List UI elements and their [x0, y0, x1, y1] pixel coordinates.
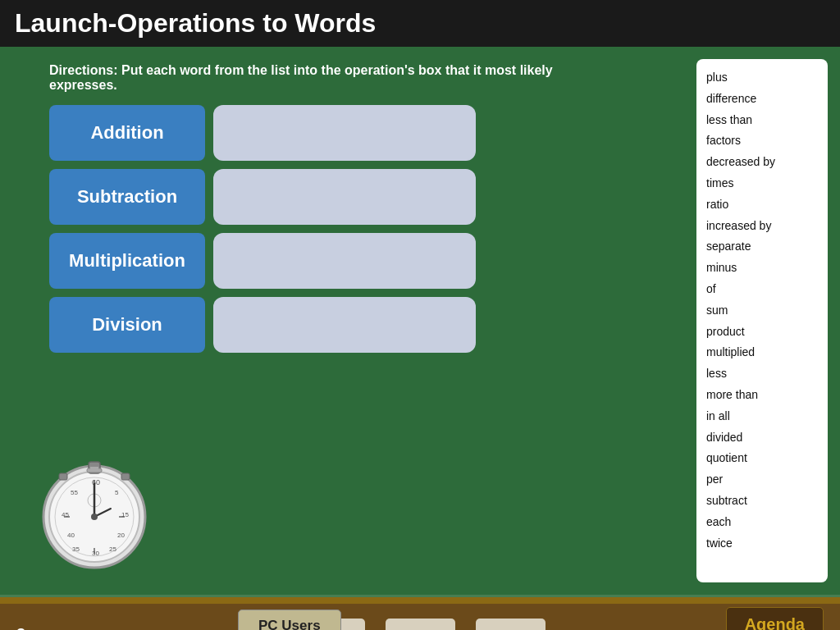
svg-text:55: 55: [71, 489, 78, 496]
division-label: Division: [49, 297, 205, 353]
word-item[interactable]: divided: [706, 427, 818, 449]
word-item[interactable]: increased by: [706, 216, 818, 237]
word-item[interactable]: minus: [706, 258, 818, 279]
svg-rect-4: [121, 473, 130, 480]
word-item[interactable]: plus: [706, 67, 818, 89]
division-row: Division: [49, 297, 672, 353]
word-list-panel: plusdifferenceless thanfactorsdecreased …: [696, 59, 828, 582]
svg-text:20: 20: [117, 532, 125, 539]
word-item[interactable]: multiplied: [706, 342, 818, 363]
word-item[interactable]: in all: [706, 406, 818, 427]
svg-text:35: 35: [72, 546, 80, 553]
pc-users-button[interactable]: PC Users: [238, 609, 341, 630]
addition-label: Addition: [49, 105, 205, 161]
stopwatch-area: 60 55 5 45 15 40 20 35 25 30: [25, 439, 156, 570]
word-item[interactable]: separate: [706, 236, 818, 258]
word-item[interactable]: each: [706, 512, 818, 533]
chalk-eraser-3: [476, 619, 546, 631]
directions: Directions: Put each word from the list …: [49, 63, 607, 93]
title-bar: Launch-Operations to Words: [0, 0, 840, 47]
word-item[interactable]: less than: [706, 110, 818, 131]
svg-rect-25: [90, 467, 98, 472]
svg-text:15: 15: [121, 511, 129, 518]
svg-text:60: 60: [92, 478, 100, 486]
subtraction-label: Subtraction: [49, 169, 205, 225]
subtraction-box[interactable]: [213, 169, 476, 225]
word-item[interactable]: less: [706, 363, 818, 385]
board-ledge: [0, 597, 840, 604]
addition-row: Addition: [49, 105, 672, 161]
word-item[interactable]: difference: [706, 89, 818, 110]
word-item[interactable]: quotient: [706, 448, 818, 469]
word-item[interactable]: more than: [706, 385, 818, 406]
word-item[interactable]: product: [706, 322, 818, 343]
svg-text:30: 30: [92, 550, 99, 557]
bottom-bar: 3 PC Users Agenda: [0, 604, 840, 630]
svg-text:40: 40: [67, 532, 75, 539]
left-content: Directions: Put each word from the list …: [0, 47, 696, 595]
slide-number: 3: [16, 625, 25, 630]
svg-text:25: 25: [109, 546, 116, 553]
multiplication-row: Multiplication: [49, 233, 672, 289]
word-item[interactable]: twice: [706, 533, 818, 555]
word-item[interactable]: sum: [706, 300, 818, 322]
multiplication-box[interactable]: [213, 233, 476, 289]
page-title: Launch-Operations to Words: [15, 8, 376, 38]
addition-box[interactable]: [213, 105, 476, 161]
chalkboard: Directions: Put each word from the list …: [0, 47, 840, 595]
stopwatch-icon: 60 55 5 45 15 40 20 35 25 30: [25, 439, 156, 570]
svg-rect-3: [59, 473, 67, 480]
svg-text:5: 5: [115, 489, 119, 496]
division-box[interactable]: [213, 297, 476, 353]
svg-point-23: [91, 514, 98, 520]
svg-text:45: 45: [62, 511, 69, 518]
word-item[interactable]: factors: [706, 130, 818, 152]
chalk-eraser-2: [386, 619, 455, 631]
word-item[interactable]: ratio: [706, 194, 818, 216]
word-item[interactable]: times: [706, 173, 818, 194]
word-item[interactable]: decreased by: [706, 152, 818, 173]
agenda-button[interactable]: Agenda: [726, 607, 824, 630]
multiplication-label: Multiplication: [49, 233, 205, 289]
word-item[interactable]: subtract: [706, 491, 818, 512]
subtraction-row: Subtraction: [49, 169, 672, 225]
word-item[interactable]: per: [706, 469, 818, 491]
word-item[interactable]: of: [706, 279, 818, 300]
